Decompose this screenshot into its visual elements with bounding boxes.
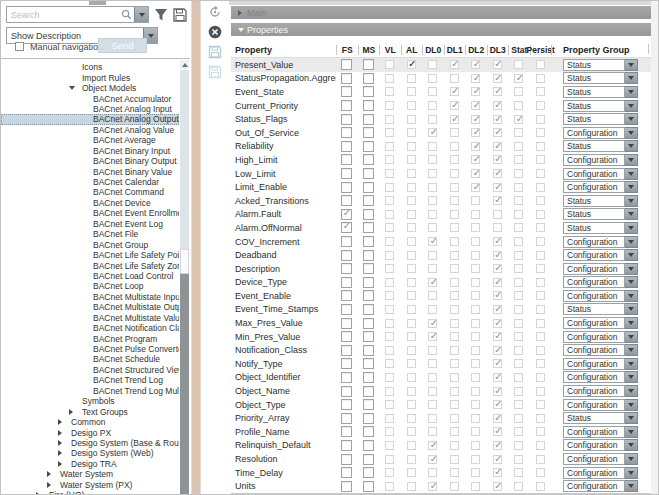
checkbox-fs[interactable]: [341, 100, 352, 111]
checkbox-stat[interactable]: [514, 346, 523, 355]
checkbox-stat[interactable]: [514, 291, 523, 300]
checkbox-dl2[interactable]: [471, 468, 480, 477]
checkbox-vl[interactable]: [385, 400, 394, 409]
checkbox-fs[interactable]: [341, 318, 352, 329]
dropdown-arrow-icon[interactable]: [625, 86, 638, 98]
checkbox-stat[interactable]: [514, 278, 523, 287]
checkbox-ms[interactable]: [363, 114, 374, 125]
checkbox-stat[interactable]: [514, 400, 523, 409]
checkbox-al[interactable]: [407, 183, 416, 192]
expand-icon[interactable]: [58, 440, 69, 446]
tree-item[interactable]: BACnet Trend Log: [1, 375, 179, 385]
tree-item[interactable]: BACnet Multistate Value: [1, 313, 179, 323]
property-group-value[interactable]: Configuration: [563, 480, 625, 492]
checkbox-dl1[interactable]: [450, 278, 459, 287]
tree-item[interactable]: BACnet Pulse Converter: [1, 344, 179, 354]
tree-item[interactable]: BACnet Average: [1, 135, 179, 145]
tree-item[interactable]: BACnet Life Safety Zone: [1, 260, 179, 270]
checkbox-al[interactable]: [407, 482, 416, 491]
checkbox-dl2[interactable]: [471, 210, 480, 219]
tree-item[interactable]: Icons: [1, 62, 179, 72]
checkbox-dl2[interactable]: [471, 305, 480, 314]
checkbox-persist[interactable]: [536, 373, 545, 382]
checkbox-dl0[interactable]: [428, 142, 437, 151]
tree-item[interactable]: Fire (HQ): [1, 490, 179, 495]
property-group-select[interactable]: Status: [563, 59, 638, 71]
checkbox-dl0[interactable]: [428, 101, 437, 110]
checkbox-dl3-checked[interactable]: [493, 346, 502, 355]
dropdown-arrow-icon[interactable]: [625, 72, 638, 84]
dropdown-arrow-icon[interactable]: [625, 480, 638, 492]
property-group-select[interactable]: Status: [563, 86, 638, 98]
checkbox-dl1[interactable]: [450, 74, 459, 83]
property-group-value[interactable]: Configuration: [563, 344, 625, 356]
checkbox-stat[interactable]: [514, 183, 523, 192]
dropdown-arrow-icon[interactable]: [625, 344, 638, 356]
checkbox-dl0[interactable]: [428, 373, 437, 382]
property-group-select[interactable]: Configuration: [563, 344, 638, 356]
checkbox-ms[interactable]: [363, 304, 374, 315]
checkbox-ms[interactable]: [363, 127, 374, 138]
checkbox-persist[interactable]: [536, 427, 545, 436]
checkbox-dl2-checked[interactable]: [471, 183, 480, 192]
dropdown-arrow-icon[interactable]: [625, 412, 638, 424]
checkbox-dl3-checked[interactable]: [493, 427, 502, 436]
checkbox-dl1[interactable]: [450, 223, 459, 232]
checkbox-fs[interactable]: [341, 358, 352, 369]
dropdown-arrow-icon[interactable]: [625, 426, 638, 438]
checkbox-dl3-checked[interactable]: [493, 359, 502, 368]
checkbox-stat[interactable]: [514, 169, 523, 178]
tree-item[interactable]: BACnet File: [1, 229, 179, 239]
tree-item[interactable]: BACnet Program: [1, 333, 179, 343]
tree-item[interactable]: Text Groups: [1, 406, 179, 416]
checkbox-persist[interactable]: [536, 264, 545, 273]
tree-item[interactable]: BACnet Command: [1, 187, 179, 197]
checkbox-dl3-checked[interactable]: [493, 115, 502, 124]
checkbox-dl3-checked[interactable]: [493, 155, 502, 164]
checkbox-ms[interactable]: [363, 141, 374, 152]
checkbox-persist[interactable]: [536, 237, 545, 246]
expand-icon[interactable]: [47, 471, 58, 477]
dropdown-arrow-icon[interactable]: [625, 236, 638, 248]
tree-item[interactable]: BACnet Multistate Input: [1, 292, 179, 302]
checkbox-ms[interactable]: [363, 73, 374, 84]
checkbox-vl[interactable]: [385, 278, 394, 287]
checkbox-persist[interactable]: [536, 169, 545, 178]
checkbox-al[interactable]: [407, 427, 416, 436]
checkbox-dl2[interactable]: [471, 482, 480, 491]
checkbox-dl2[interactable]: [471, 441, 480, 450]
checkbox-stat[interactable]: [514, 427, 523, 436]
search-input[interactable]: [7, 10, 121, 20]
save-icon[interactable]: [208, 45, 222, 59]
checkbox-dl3-checked[interactable]: [493, 264, 502, 273]
checkbox-persist[interactable]: [536, 291, 545, 300]
checkbox-persist[interactable]: [536, 210, 545, 219]
tree-item[interactable]: Common: [1, 417, 179, 427]
checkbox-dl2-checked[interactable]: [471, 115, 480, 124]
checkbox-dl1[interactable]: [450, 455, 459, 464]
checkbox-ms[interactable]: [363, 195, 374, 206]
property-group-select[interactable]: Status: [563, 72, 638, 84]
checkbox-vl[interactable]: [385, 223, 394, 232]
checkbox-al[interactable]: [407, 169, 416, 178]
checkbox-stat[interactable]: [514, 223, 523, 232]
checkbox-vl[interactable]: [385, 346, 394, 355]
checkbox-vl[interactable]: [385, 128, 394, 137]
checkbox-dl3-checked[interactable]: [493, 441, 502, 450]
property-group-select[interactable]: Status: [563, 208, 638, 220]
checkbox-stat[interactable]: [514, 210, 523, 219]
property-group-value[interactable]: Configuration: [563, 399, 625, 411]
checkbox-dl2[interactable]: [471, 455, 480, 464]
checkbox-al[interactable]: [407, 291, 416, 300]
checkbox-persist[interactable]: [536, 305, 545, 314]
checkbox-dl1[interactable]: [450, 482, 459, 491]
tree-item[interactable]: Desigo PX: [1, 427, 179, 437]
checkbox-ms[interactable]: [363, 59, 374, 70]
property-group-select[interactable]: Configuration: [563, 168, 638, 180]
checkbox-dl3-checked[interactable]: [493, 455, 502, 464]
checkbox-dl3-checked[interactable]: [493, 183, 502, 192]
checkbox-dl3-checked[interactable]: [493, 332, 502, 341]
checkbox-fs[interactable]: [341, 454, 352, 465]
property-group-value[interactable]: Configuration: [563, 371, 625, 383]
checkbox-dl0[interactable]: [428, 291, 437, 300]
